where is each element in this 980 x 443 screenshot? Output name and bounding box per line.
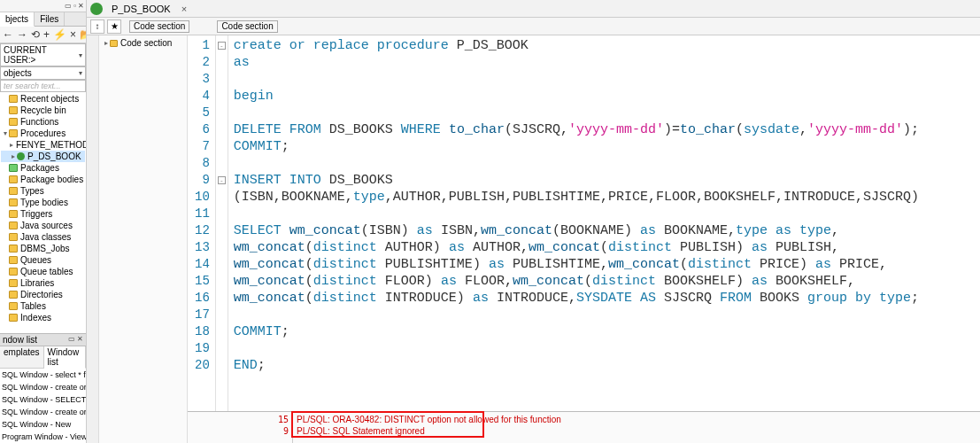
fold-cell[interactable]: - [216,37,228,54]
tree-item[interactable]: Directories [1,289,85,300]
tree-item[interactable]: Java classes [1,231,85,243]
code-section-root[interactable]: ▸ Code section [101,37,185,49]
error-message[interactable]: PL/SQL: SQL Statement ignored [297,425,561,437]
error-message[interactable]: PL/SQL: ORA-30482: DISTINCT option not a… [297,414,561,425]
code-line[interactable]: END; [234,357,919,374]
fold-cell[interactable] [216,222,228,239]
code-line[interactable] [234,155,919,172]
objects-combobox[interactable]: objects ▾ [0,66,86,80]
tree-item[interactable]: Java sources [1,220,85,231]
code-section-chip[interactable]: Code section [129,20,189,33]
code-line[interactable]: wm_concat(distinct AUTHOR) as AUTHOR,wm_… [234,239,919,256]
fold-cell[interactable] [216,239,228,256]
code-line[interactable]: (ISBN,BOOKNAME,type,AUTHOR,PUBLISH,PUBLI… [234,189,919,206]
code-line[interactable] [234,105,919,121]
panel-restore-icon[interactable]: ▫ [73,2,76,10]
toolbar-icon[interactable]: ← [3,28,13,41]
toolbar-icon[interactable]: × [70,28,76,41]
fold-cell[interactable] [216,290,228,307]
tree-item[interactable]: Libraries [1,277,85,289]
code-line[interactable]: SELECT wm_concat(ISBN) as ISBN,wm_concat… [234,222,919,239]
tree-item[interactable]: Recent objects [1,93,85,105]
history-item[interactable]: SQL Window - select * from ds_boo [0,369,86,381]
tab-files[interactable]: Files [35,12,65,26]
code-line[interactable]: wm_concat(distinct FLOOR) as FLOOR,wm_co… [234,273,919,290]
fold-cell[interactable] [216,105,228,121]
history-item[interactable]: SQL Window - SELECT ISBN,BOO [0,393,86,406]
tree-item[interactable]: Tables [1,300,85,312]
expand-icon[interactable]: ▸ [103,39,110,47]
tool-bookmark-icon[interactable]: ★ [107,19,121,34]
toolbar-icon[interactable]: → [17,28,27,41]
code-line[interactable]: wm_concat(distinct INTRODUCE) as INTRODU… [234,290,919,307]
expand-icon[interactable]: ▸ [10,151,17,162]
tree-item[interactable]: Functions [1,116,85,128]
code-line[interactable] [234,340,919,357]
panel-min-icon[interactable]: ▭ [65,2,72,10]
code-line[interactable]: COMMIT; [234,138,919,155]
history-item[interactable]: Program Window - View source of [0,431,86,443]
tree-item[interactable]: DBMS_Jobs [1,243,85,254]
tree-item[interactable]: Type bodies [1,197,85,208]
tree-item[interactable]: Types [1,185,85,197]
code-line[interactable] [234,206,919,222]
fold-cell[interactable] [216,273,228,290]
fold-cell[interactable] [216,189,228,206]
code-section-chip-2[interactable]: Code section [217,20,277,33]
tree-item[interactable]: ▸P_DS_BOOK [1,151,85,162]
fold-cell[interactable] [216,138,228,155]
code-line[interactable]: wm_concat(distinct PUBLISHTIME) as PUBLI… [234,256,919,273]
fold-cell[interactable] [216,155,228,172]
tab-window-list[interactable]: Window list [44,346,86,369]
fold-cell[interactable] [216,206,228,222]
code-scroll[interactable]: 1234567891011121314151617181920 -- creat… [188,35,980,411]
toolbar-icon[interactable]: ⟲ [31,28,40,41]
tab-objects[interactable]: bjects [0,12,35,27]
tree-item[interactable]: Queues [1,254,85,266]
history-item[interactable]: SQL Window - create or replace pro [0,406,86,418]
code-line[interactable]: DELETE FROM DS_BOOKS WHERE to_char(SJSCR… [234,121,919,138]
expand-icon[interactable]: ▸ [10,139,13,151]
fold-cell[interactable] [216,88,228,105]
fold-cell[interactable] [216,340,228,357]
fold-cell[interactable] [216,256,228,273]
fold-cell[interactable] [216,323,228,340]
fold-cell[interactable] [216,71,228,88]
toolbar-icon[interactable]: ⚡ [53,28,66,41]
history-item[interactable]: SQL Window - New [0,418,86,431]
fold-cell[interactable] [216,121,228,138]
fold-cell[interactable] [216,307,228,323]
code-line[interactable] [234,71,919,88]
code-line[interactable]: create or replace procedure P_DS_BOOK [234,37,919,54]
tool-sort-icon[interactable]: ↕ [90,19,104,34]
fold-cell[interactable] [216,54,228,71]
tree-item[interactable]: ▾Procedures [1,128,85,139]
panel-close-icon[interactable]: ✕ [78,2,84,10]
tree-item[interactable]: Queue tables [1,266,85,277]
tree-item[interactable]: Triggers [1,208,85,220]
history-item[interactable]: SQL Window - create or replace pro [0,381,86,393]
toolbar-icon[interactable]: + [43,28,50,41]
tree-item[interactable]: Recycle bin [1,105,85,116]
tree-item[interactable]: Indexes [1,312,85,323]
code-line[interactable]: COMMIT; [234,323,919,340]
toolbar-icon[interactable]: 📂 [80,28,87,41]
editor-tab-label[interactable]: P_DS_BOOK [106,2,176,16]
wl-min-icon[interactable]: ▭ [68,335,75,343]
code-text[interactable]: create or replace procedure P_DS_BOOKasb… [228,35,924,411]
tree-item[interactable]: ▸FENYE_METHOD [1,139,85,151]
close-icon[interactable]: × [176,4,192,14]
tree-item[interactable]: Package bodies [1,174,85,185]
code-line[interactable]: INSERT INTO DS_BOOKS [234,172,919,189]
fold-cell[interactable] [216,357,228,374]
user-combobox[interactable]: CURRENT USER:> ▾ [0,43,86,66]
code-line[interactable]: as [234,54,919,71]
search-input[interactable]: ter search text... [0,80,86,92]
expand-icon[interactable]: ▾ [2,128,9,139]
code-line[interactable] [234,307,919,323]
wl-close-icon[interactable]: ✕ [77,335,83,343]
tree-item[interactable]: Packages [1,162,85,174]
code-line[interactable]: begin [234,88,919,105]
fold-cell[interactable]: - [216,172,228,189]
tab-templates[interactable]: emplates [0,346,44,368]
